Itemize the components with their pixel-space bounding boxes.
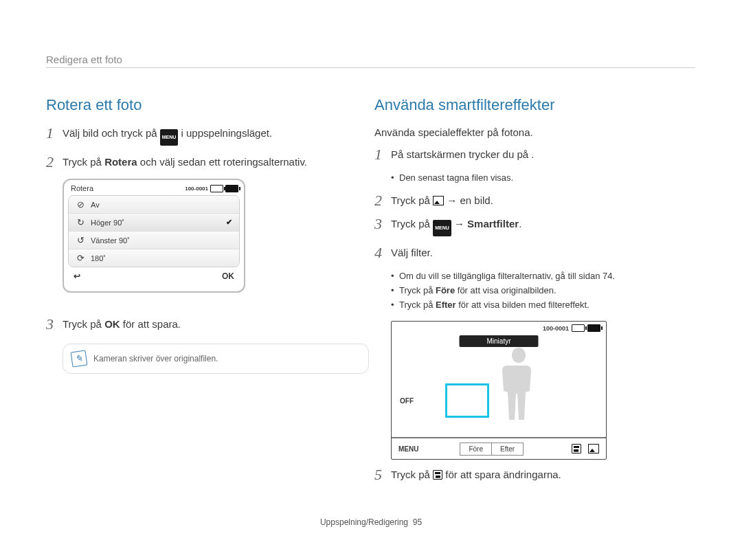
figure-smartfilter-preview: 100-0001 Miniatyr OFF MENU Före Efter bbox=[391, 321, 607, 460]
step-text-bold: Smartfilter bbox=[467, 218, 519, 229]
battery-icon bbox=[225, 185, 238, 192]
bullet: Om du vill se tillgängliga filteralterna… bbox=[391, 269, 697, 282]
step-number: 2 bbox=[46, 155, 63, 169]
step-text: → bbox=[454, 218, 467, 229]
note-box: ✎ Kameran skriver över originalfilen. bbox=[63, 344, 369, 374]
step-text-bold: Rotera bbox=[104, 156, 137, 168]
rotate-right-icon: ↻ bbox=[76, 217, 85, 227]
step-3: 3 Tryck på MENU → Smartfilter. bbox=[374, 217, 697, 236]
ok-button[interactable]: OK bbox=[222, 271, 234, 281]
battery-icon bbox=[587, 324, 600, 332]
option-label: Vänster 90˚ bbox=[91, 236, 130, 245]
off-icon: ⊘ bbox=[76, 199, 85, 210]
menu-button[interactable]: MENU bbox=[398, 445, 418, 453]
bullet: Tryck på Efter för att visa bilden med f… bbox=[391, 298, 697, 311]
footer-page: 95 bbox=[413, 517, 422, 527]
menu-icon: MENU bbox=[433, 220, 451, 236]
intro-text: Använda specialeffekter på fotona. bbox=[374, 126, 697, 138]
footer-section: Uppspelning/Redigering bbox=[320, 517, 408, 527]
bullet: Den senast tagna filen visas. bbox=[391, 171, 697, 184]
step-1: 1 Välj bild och tryck på MENU i uppspeln… bbox=[46, 126, 355, 146]
option-left-90[interactable]: ↺ Vänster 90˚ bbox=[69, 232, 239, 249]
option-label: Av bbox=[91, 201, 100, 209]
step-number: 3 bbox=[46, 317, 63, 331]
step-1-bullets: Den senast tagna filen visas. bbox=[391, 171, 697, 184]
sdcard-icon bbox=[572, 324, 585, 332]
rotate-left-icon: ↺ bbox=[76, 235, 85, 245]
step-3: 3 Tryck på OK för att spara. bbox=[46, 317, 355, 331]
rotate-180-icon: ⟳ bbox=[76, 253, 85, 263]
fig-title: Rotera bbox=[71, 184, 93, 192]
check-icon: ✔ bbox=[226, 218, 232, 227]
figure-rotate-menu: Rotera 100-0001 ⊘ Av ↻ Höger 90˚ ✔ ↺ Vän… bbox=[63, 179, 245, 293]
step-text: . bbox=[519, 218, 521, 229]
step-1: 1 På startskärmen trycker du på . bbox=[374, 148, 697, 161]
column-smartfilter: Använda smartfiltereffekter Använda spec… bbox=[374, 96, 697, 491]
ok-label: OK bbox=[104, 318, 120, 330]
option-right-90[interactable]: ↻ Höger 90˚ ✔ bbox=[69, 214, 239, 232]
note-text: Kameran skriver över originalfilen. bbox=[93, 354, 218, 363]
breadcrumb: Redigera ett foto bbox=[46, 54, 122, 65]
bullet: Tryck på Före för att visa originalbilde… bbox=[391, 284, 697, 297]
save-icon[interactable] bbox=[572, 444, 581, 453]
option-180[interactable]: ⟳ 180˚ bbox=[69, 249, 239, 267]
gallery-icon[interactable] bbox=[588, 444, 599, 453]
step-text: Tryck på bbox=[391, 194, 433, 206]
step-text: Välj filter. bbox=[391, 246, 433, 260]
heading-rotate: Rotera ett foto bbox=[46, 96, 355, 114]
step-text: och välj sedan ett roteringsalternativ. bbox=[140, 156, 307, 168]
step-4-bullets: Om du vill se tillgängliga filteralterna… bbox=[391, 269, 697, 311]
step-text: Välj bild och tryck på bbox=[63, 127, 160, 139]
note-icon: ✎ bbox=[71, 350, 88, 368]
bullet-bold: Före bbox=[436, 285, 455, 295]
step-text: Tryck på bbox=[63, 156, 104, 168]
step-2: 2 Tryck på → en bild. bbox=[374, 194, 697, 208]
column-rotate: Rotera ett foto 1 Välj bild och tryck på… bbox=[46, 96, 355, 374]
menu-icon: MENU bbox=[160, 129, 179, 146]
figure-bottom-bar: MENU Före Efter bbox=[392, 437, 606, 459]
back-button[interactable]: ↩ bbox=[74, 271, 80, 281]
heading-smartfilter: Använda smartfiltereffekter bbox=[374, 96, 697, 114]
step-text: Tryck på bbox=[391, 218, 433, 229]
fig-fileid: 100-0001 bbox=[543, 325, 569, 332]
step-5: 5 Tryck på för att spara ändringarna. bbox=[374, 468, 697, 482]
person-silhouette bbox=[498, 348, 539, 423]
save-icon bbox=[433, 470, 442, 480]
fig-fileid: 100-0001 bbox=[185, 186, 208, 192]
step-number: 1 bbox=[374, 148, 391, 161]
off-label: OFF bbox=[400, 397, 414, 405]
after-button[interactable]: Efter bbox=[492, 443, 523, 455]
rotate-options-list: ⊘ Av ↻ Höger 90˚ ✔ ↺ Vänster 90˚ ⟳ 180˚ bbox=[68, 195, 240, 267]
step-text: → en bild. bbox=[447, 194, 493, 206]
step-number: 5 bbox=[374, 468, 391, 482]
before-button[interactable]: Före bbox=[460, 443, 492, 455]
sdcard-icon bbox=[210, 185, 223, 192]
filter-name-label: Miniatyr bbox=[459, 335, 538, 347]
before-after-toggle: Före Efter bbox=[460, 443, 524, 456]
step-text: Tryck på bbox=[63, 318, 104, 330]
bullet-bold: Efter bbox=[436, 300, 456, 310]
option-label: Höger 90˚ bbox=[91, 219, 124, 227]
step-text: för att spara. bbox=[123, 318, 181, 330]
step-text: i uppspelningsläget. bbox=[181, 127, 273, 139]
step-text: På startskärmen trycker du på . bbox=[391, 148, 534, 161]
step-4: 4 Välj filter. bbox=[374, 246, 697, 260]
step-number: 4 bbox=[374, 246, 391, 260]
option-label: 180˚ bbox=[91, 254, 106, 262]
step-number: 1 bbox=[46, 126, 63, 140]
step-number: 2 bbox=[374, 194, 391, 208]
step-text: Tryck på bbox=[391, 469, 433, 480]
page-footer: Uppspelning/Redigering 95 bbox=[0, 517, 742, 527]
filter-thumbnail-selected[interactable] bbox=[445, 383, 489, 418]
gallery-icon bbox=[433, 196, 444, 205]
step-number: 3 bbox=[374, 217, 391, 231]
option-off[interactable]: ⊘ Av bbox=[69, 196, 239, 214]
step-text: för att spara ändringarna. bbox=[445, 469, 561, 480]
header-rule bbox=[46, 67, 695, 68]
step-2: 2 Tryck på Rotera och välj sedan ett rot… bbox=[46, 155, 355, 169]
